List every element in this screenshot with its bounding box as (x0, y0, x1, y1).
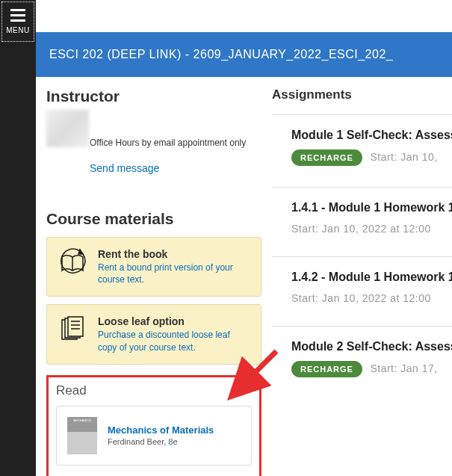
loose-subtitle: Purchase a discounted loose leaf copy of… (98, 329, 250, 353)
assignments-heading: Assignments (272, 87, 452, 115)
menu-label: MENU (6, 26, 29, 34)
assignment-item[interactable]: Module 1 Self-Check: Assess RECHARGE Sta… (272, 115, 452, 188)
assignment-title: 1.4.1 - Module 1 Homework 1A (291, 201, 452, 214)
instructor-photo (46, 110, 89, 147)
book-title: Mechanics of Materials (108, 424, 214, 436)
assignment-title: 1.4.2 - Module 1 Homework 1B (291, 271, 452, 284)
assignment-start: Start: Jan 17, (370, 362, 437, 374)
assignment-item[interactable]: 1.4.1 - Module 1 Homework 1A Start: Jan … (272, 188, 452, 257)
assignment-start: Start: Jan 10, 2022 at 12:00 (291, 292, 431, 304)
materials-heading: Course materials (46, 210, 261, 228)
read-heading: Read (56, 383, 252, 398)
recharge-badge: RECHARGE (291, 149, 362, 166)
read-highlight-box: Read MECHANICS Mechanics of Materials Fe… (46, 375, 261, 476)
rent-subtitle: Rent a bound print version of your cours… (98, 262, 250, 285)
recharge-badge: RECHARGE (291, 361, 362, 377)
assignment-start: Start: Jan 10, (370, 151, 437, 163)
loose-leaf-card[interactable]: Loose leaf option Purchase a discounted … (46, 304, 261, 364)
instructor-heading: Instructor (46, 87, 261, 105)
book-author: Ferdinand Beer, 8e (108, 437, 214, 446)
loose-title: Loose leaf option (98, 315, 250, 327)
rent-title: Rent the book (98, 248, 250, 260)
assignment-title: Module 1 Self-Check: Assess (291, 129, 452, 142)
course-header: ESCI 202 (DEEP LINK) - 2609_JANUARY_2022… (36, 32, 452, 77)
course-title: ESCI 202 (DEEP LINK) - 2609_JANUARY_2022… (49, 48, 393, 61)
assignment-item[interactable]: 1.4.2 - Module 1 Homework 1B Start: Jan … (272, 257, 452, 327)
hamburger-icon (10, 9, 25, 22)
book-open-icon (58, 248, 87, 278)
rent-book-card[interactable]: Rent the book Rent a bound print version… (46, 237, 261, 297)
menu-button[interactable]: MENU (1, 1, 34, 42)
assignment-item[interactable]: Module 2 Self-Check: Assess RECHARGE Sta… (272, 327, 452, 398)
ebook-card[interactable]: MECHANICS Mechanics of Materials Ferdina… (56, 406, 252, 466)
send-message-link[interactable]: Send message (90, 162, 261, 174)
svg-rect-2 (68, 317, 83, 336)
assignment-title: Module 2 Self-Check: Assess (291, 340, 452, 353)
assignment-start: Start: Jan 10, 2022 at 12:00 (291, 223, 431, 235)
book-cover-icon: MECHANICS (67, 417, 97, 454)
loose-leaf-icon (58, 315, 87, 345)
office-hours: Office Hours by email appointment only (90, 137, 261, 149)
